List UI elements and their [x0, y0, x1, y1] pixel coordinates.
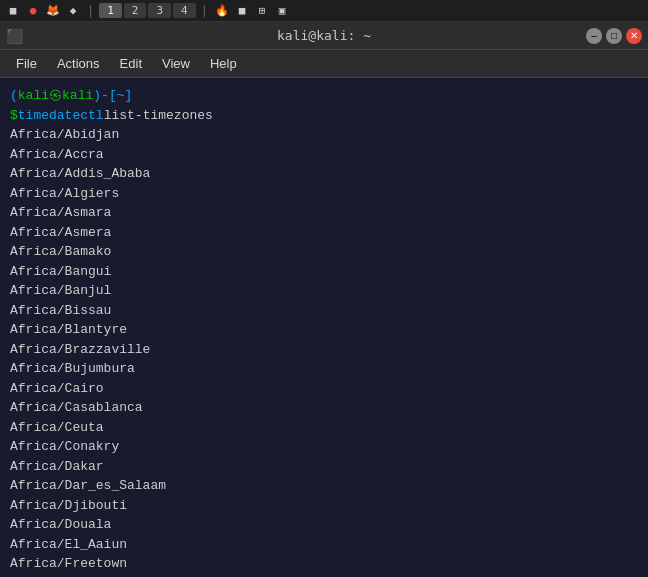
- output-line: Africa/Douala: [10, 515, 638, 535]
- output-line: Africa/Bangui: [10, 262, 638, 282]
- output-line: Africa/Dakar: [10, 457, 638, 477]
- output-line: Africa/Bissau: [10, 301, 638, 321]
- taskbar-icon-3: 🦊: [44, 2, 62, 20]
- prompt-close-paren: ): [93, 86, 101, 106]
- prompt-tilde: ~: [117, 86, 125, 106]
- output-line: Africa/Casablanca: [10, 398, 638, 418]
- output-line: Africa/El_Aaiun: [10, 535, 638, 555]
- menu-view[interactable]: View: [154, 53, 198, 74]
- prompt-at: ㉿: [49, 86, 62, 106]
- output-line: Africa/Ceuta: [10, 418, 638, 438]
- prompt-dollar: $: [10, 106, 18, 126]
- output-line: Africa/Banjul: [10, 281, 638, 301]
- prompt-open-paren: (: [10, 86, 18, 106]
- prompt-user: kali: [18, 86, 49, 106]
- output-line: Africa/Asmera: [10, 223, 638, 243]
- output-line: Africa/Djibouti: [10, 496, 638, 516]
- output-line: Africa/Bamako: [10, 242, 638, 262]
- taskbar-icon-1: ■: [4, 2, 22, 20]
- taskbar-separator: |: [84, 4, 97, 18]
- taskbar-icon-firefox: 🔥: [213, 2, 231, 20]
- output-line: Africa/Bujumbura: [10, 359, 638, 379]
- taskbar-tab-4[interactable]: 4: [173, 3, 196, 18]
- menu-help[interactable]: Help: [202, 53, 245, 74]
- taskbar-icon-2: ●: [24, 2, 42, 20]
- minimize-button[interactable]: –: [586, 28, 602, 44]
- taskbar-separator-2: |: [198, 4, 211, 18]
- command-line: $ timedatectl list-timezones: [10, 106, 638, 126]
- command-name: timedatectl: [18, 106, 104, 126]
- menu-edit[interactable]: Edit: [112, 53, 150, 74]
- output-line: Africa/Gaborone: [10, 574, 638, 578]
- maximize-button[interactable]: □: [606, 28, 622, 44]
- taskbar-icon-settings: ▣: [273, 2, 291, 20]
- prompt-close-bracket: ]: [125, 86, 133, 106]
- output-line: Africa/Abidjan: [10, 125, 638, 145]
- menu-actions[interactable]: Actions: [49, 53, 108, 74]
- taskbar-icon-4: ◆: [64, 2, 82, 20]
- window-title: kali@kali: ~: [277, 28, 371, 43]
- taskbar-tab-3[interactable]: 3: [148, 3, 171, 18]
- terminal-output: Africa/AbidjanAfrica/AccraAfrica/Addis_A…: [10, 125, 638, 577]
- prompt-open-bracket: [: [109, 86, 117, 106]
- output-line: Africa/Algiers: [10, 184, 638, 204]
- command-arg: list-timezones: [104, 106, 213, 126]
- close-button[interactable]: ✕: [626, 28, 642, 44]
- taskbar-tab-2[interactable]: 2: [124, 3, 147, 18]
- taskbar-icon-terminal: ■: [233, 2, 251, 20]
- output-line: Africa/Accra: [10, 145, 638, 165]
- prompt-host: kali: [62, 86, 93, 106]
- titlebar: ⬛ kali@kali: ~ – □ ✕: [0, 22, 648, 50]
- taskbar: ■ ● 🦊 ◆ | 1 2 3 4 | 🔥 ■ ⊞ ▣: [0, 0, 648, 22]
- menu-file[interactable]: File: [8, 53, 45, 74]
- prompt-dash: -: [101, 86, 109, 106]
- output-line: Africa/Addis_Ababa: [10, 164, 638, 184]
- output-line: Africa/Freetown: [10, 554, 638, 574]
- prompt-line: (kali㉿kali)-[~]: [10, 86, 638, 106]
- taskbar-tab-1[interactable]: 1: [99, 3, 122, 18]
- menubar: File Actions Edit View Help: [0, 50, 648, 78]
- taskbar-icon-files: ⊞: [253, 2, 271, 20]
- output-line: Africa/Brazzaville: [10, 340, 638, 360]
- output-line: Africa/Conakry: [10, 437, 638, 457]
- window-icon: ⬛: [6, 28, 23, 44]
- output-line: Africa/Asmara: [10, 203, 638, 223]
- output-line: Africa/Blantyre: [10, 320, 638, 340]
- output-line: Africa/Cairo: [10, 379, 638, 399]
- output-line: Africa/Dar_es_Salaam: [10, 476, 638, 496]
- terminal[interactable]: (kali㉿kali)-[~] $ timedatectl list-timez…: [0, 78, 648, 577]
